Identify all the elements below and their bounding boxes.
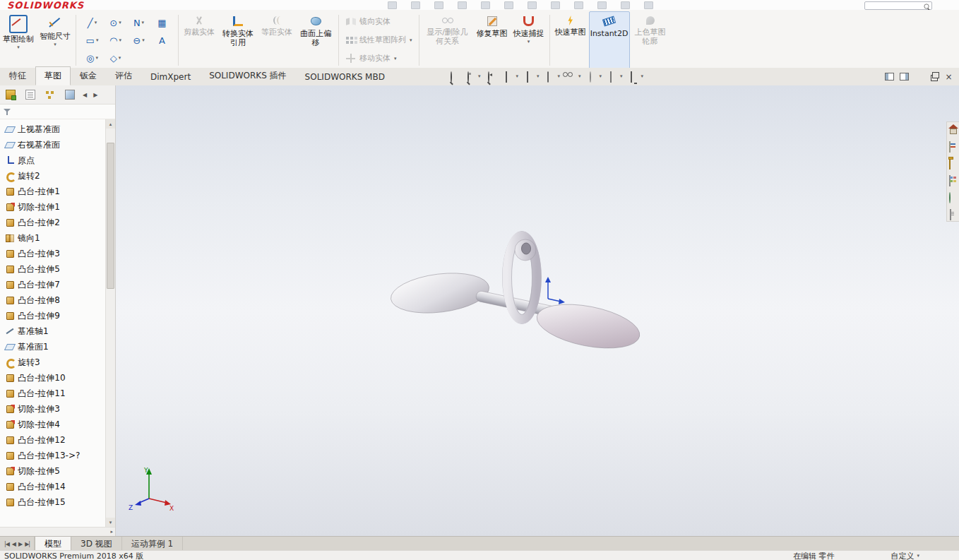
- display-delete-relations-button[interactable]: 显示/删除几何关系: [422, 11, 474, 69]
- tree-vertical-scrollbar[interactable]: ▴ ▾: [105, 119, 115, 527]
- edit-appearance-button[interactable]: ▾: [589, 72, 602, 81]
- panel-collapse-arrow-icon[interactable]: ◀: [81, 92, 89, 98]
- tree-item[interactable]: 凸台-拉伸9: [0, 308, 105, 323]
- custom-properties-tab[interactable]: [949, 210, 958, 218]
- tree-filter-bar[interactable]: [0, 105, 115, 119]
- document-tab[interactable]: 3D 视图: [71, 537, 122, 551]
- apply-scene-button[interactable]: ▾: [609, 72, 623, 81]
- file-explorer-tab[interactable]: [949, 159, 958, 167]
- menubar-icon[interactable]: [411, 1, 420, 9]
- mirror-entities-button[interactable]: 镜向实体: [344, 13, 414, 30]
- ribbon-tab[interactable]: SOLIDWORKS MBD: [296, 68, 394, 85]
- collapse-left-pane-button[interactable]: [885, 73, 894, 81]
- tree-item[interactable]: 凸台-拉伸11: [0, 386, 105, 401]
- tab-nav-arrow-icon[interactable]: ▶: [18, 541, 22, 547]
- tree-item[interactable]: 凸台-拉伸8: [0, 292, 105, 308]
- document-tab[interactable]: 运动算例 1: [122, 537, 183, 551]
- tree-item[interactable]: 右视基准面: [0, 137, 105, 153]
- tree-item[interactable]: 凸台-拉伸1: [0, 184, 105, 199]
- tab-nav-arrow-icon[interactable]: |◀: [4, 541, 9, 547]
- tree-item[interactable]: 凸台-拉伸10: [0, 370, 105, 386]
- tree-item[interactable]: 上视基准面: [0, 121, 105, 137]
- rapid-sketch-button[interactable]: 快速草图: [552, 11, 589, 69]
- linear-sketch-pattern-button[interactable]: 线性草图阵列 ▾: [344, 32, 414, 49]
- menubar-icon[interactable]: [597, 1, 607, 9]
- viewport-canvas[interactable]: Y X Z: [116, 85, 959, 536]
- tree-item[interactable]: 基准面1: [0, 339, 105, 355]
- menubar-icon[interactable]: [644, 1, 653, 9]
- shaded-sketch-contours-button[interactable]: 上色草图轮廓: [630, 11, 671, 69]
- convert-entities-button[interactable]: 转换实体引用: [218, 11, 258, 69]
- ribbon-tab[interactable]: SOLIDWORKS 插件: [200, 66, 295, 85]
- smart-dimension-button[interactable]: 智能尺寸 ▾: [37, 11, 73, 69]
- appearances-scenes-tab[interactable]: [949, 193, 958, 201]
- ribbon-tab[interactable]: 特征: [0, 66, 35, 85]
- menubar-icon[interactable]: [458, 1, 467, 9]
- menubar-icon[interactable]: [434, 1, 443, 9]
- displaymanager-tab[interactable]: [61, 87, 78, 103]
- tree-item[interactable]: 凸台-拉伸2: [0, 215, 105, 230]
- origin-triad[interactable]: [545, 277, 565, 304]
- tree-item[interactable]: 原点: [0, 153, 105, 168]
- slot-tool-button[interactable]: ◎ ▾: [81, 49, 104, 67]
- tab-nav-arrow-icon[interactable]: ▶|: [25, 541, 30, 547]
- offset-entities-button[interactable]: 等距实体: [258, 11, 295, 69]
- tree-item[interactable]: 切除-拉伸4: [0, 417, 105, 432]
- tree-horizontal-scrollbar[interactable]: ▸: [0, 527, 115, 536]
- instant2d-button[interactable]: Instant2D: [589, 11, 630, 69]
- graphics-area[interactable]: Y X Z: [116, 85, 959, 536]
- tree-item[interactable]: 凸台-拉伸13->?: [0, 448, 105, 463]
- section-view-button[interactable]: ▾: [505, 72, 518, 81]
- sketch-button[interactable]: 草图绘制 ▾: [0, 11, 37, 69]
- tree-item[interactable]: 镜向1: [0, 230, 105, 246]
- propertymanager-tab[interactable]: [21, 87, 39, 103]
- menubar-icon[interactable]: [528, 1, 537, 9]
- polygon-tool-button[interactable]: ◇ ▾: [104, 49, 127, 67]
- tree-item[interactable]: 切除-拉伸5: [0, 463, 105, 479]
- offset-on-surface-button[interactable]: 曲面上偏移: [295, 11, 336, 69]
- custom-status-dropdown[interactable]: 自定义 ▾: [890, 551, 919, 560]
- menubar-icon[interactable]: [504, 1, 513, 9]
- menubar-icon[interactable]: [551, 1, 560, 9]
- tab-nav-arrow-icon[interactable]: ◀: [12, 541, 16, 547]
- ellipse-tool-button[interactable]: ⊖ ▾: [127, 32, 150, 49]
- move-entities-button[interactable]: 移动实体 ▾: [344, 50, 414, 67]
- trim-entities-button[interactable]: 剪裁实体: [181, 11, 218, 69]
- arc-tool-button[interactable]: ◠ ▾: [104, 32, 127, 49]
- quick-snaps-button[interactable]: 快速捕捉 ▾: [511, 11, 547, 69]
- home-taskpane-tab[interactable]: [949, 125, 958, 133]
- ribbon-tab[interactable]: 草图: [35, 66, 71, 85]
- view-settings-button[interactable]: ▾: [631, 72, 644, 81]
- tree-item[interactable]: 基准轴1: [0, 323, 105, 339]
- sketch-text-tool-button[interactable]: A ▾: [150, 32, 174, 49]
- view-palette-tab[interactable]: [949, 176, 958, 184]
- ribbon-tab[interactable]: DimXpert: [141, 68, 200, 85]
- scrollbar-thumb[interactable]: [107, 143, 114, 289]
- zoom-to-fit-button[interactable]: ▾: [451, 72, 460, 81]
- tree-item[interactable]: 凸台-拉伸5: [0, 261, 105, 277]
- display-style-button[interactable]: ▾: [547, 72, 560, 81]
- tree-item[interactable]: 凸台-拉伸12: [0, 432, 105, 448]
- line-tool-button[interactable]: ╱ ▾: [81, 14, 104, 32]
- ribbon-tab[interactable]: 评估: [106, 66, 141, 85]
- document-tab[interactable]: 模型: [35, 537, 71, 551]
- tree-item[interactable]: 切除-拉伸1: [0, 199, 105, 215]
- scroll-up-icon[interactable]: ▴: [106, 119, 115, 129]
- tree-item[interactable]: 凸台-拉伸3: [0, 246, 105, 261]
- menubar-icon[interactable]: [481, 1, 490, 9]
- rectangle-tool-button[interactable]: ▭ ▾: [81, 32, 104, 49]
- ribbon-tab[interactable]: 钣金: [71, 66, 106, 85]
- panel-more-tabs-icon[interactable]: ▶: [91, 92, 100, 98]
- scroll-right-icon[interactable]: ▸: [110, 529, 113, 535]
- previous-view-button[interactable]: ▾: [488, 72, 497, 81]
- circle-tool-button[interactable]: ⊙ ▾: [104, 14, 127, 32]
- tree-item[interactable]: 旋转3: [0, 355, 105, 370]
- collapse-right-pane-button[interactable]: [900, 73, 909, 81]
- close-viewport-button[interactable]: [944, 73, 953, 81]
- tree-item[interactable]: 凸台-拉伸14: [0, 479, 105, 494]
- design-library-tab[interactable]: [949, 142, 958, 150]
- menubar-icon[interactable]: [388, 1, 397, 9]
- scroll-down-icon[interactable]: ▾: [106, 518, 115, 527]
- spline-tool-button[interactable]: N ▾: [127, 14, 150, 32]
- tree-item[interactable]: 旋转2: [0, 168, 105, 184]
